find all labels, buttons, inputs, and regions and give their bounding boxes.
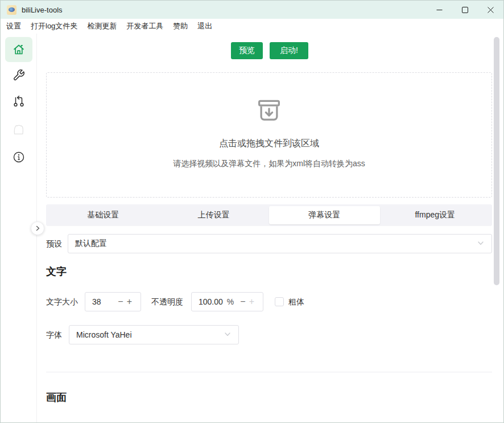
vertical-scrollbar[interactable] — [494, 37, 499, 285]
tab-danmaku-settings[interactable]: 弹幕设置 — [269, 206, 380, 224]
menu-item-settings[interactable]: 设置 — [6, 21, 21, 31]
dropzone-hint: 请选择视频以及弹幕文件，如果为xml将自动转换为ass — [47, 159, 491, 169]
sidebar-item-tools[interactable] — [12, 68, 26, 82]
sidebar-item-home[interactable] — [5, 37, 32, 62]
font-size-increment-button[interactable]: + — [125, 297, 134, 306]
tab-upload-settings[interactable]: 上传设置 — [159, 206, 270, 224]
font-family-label: 字体 — [46, 330, 62, 340]
font-size-decrement-button[interactable]: − — [116, 297, 125, 306]
sidebar-collapse-button[interactable] — [31, 221, 44, 235]
tab-ffmpeg-settings[interactable]: ffmpeg设置 — [380, 206, 491, 224]
minimize-icon — [436, 7, 443, 13]
opacity-label: 不透明度 — [151, 297, 183, 307]
window-controls — [427, 1, 503, 19]
menubar: 设置 打开log文件夹 检测更新 开发者工具 赞助 退出 — [1, 19, 503, 34]
section-divider — [46, 372, 492, 372]
home-icon — [12, 43, 26, 56]
font-size-input[interactable]: 38 − + — [85, 292, 141, 311]
section-heading-screen: 画面 — [46, 391, 67, 404]
chevron-right-icon — [34, 225, 41, 232]
close-icon — [488, 7, 494, 13]
opacity-suffix: % — [227, 297, 234, 306]
preset-select[interactable]: 默认配置 — [68, 234, 492, 253]
settings-tabs: 基础设置 上传设置 弹幕设置 ffmpeg设置 — [46, 204, 492, 226]
app-logo-icon — [7, 5, 16, 15]
font-family-select[interactable]: Microsoft YaHei — [69, 325, 239, 344]
wrench-icon — [13, 69, 25, 81]
file-dropzone[interactable]: 点击或拖拽文件到该区域 请选择视频以及弹幕文件，如果为xml将自动转换为ass — [46, 72, 492, 198]
preset-select-value: 默认配置 — [75, 239, 107, 249]
tab-basic-settings[interactable]: 基础设置 — [48, 206, 159, 224]
sidebar-item-sync[interactable] — [12, 95, 26, 108]
clip-icon — [12, 122, 26, 137]
font-size-value: 38 — [92, 297, 116, 306]
preview-button[interactable]: 预览 — [231, 42, 263, 59]
minimize-button[interactable] — [427, 1, 452, 19]
opacity-decrement-button[interactable]: − — [238, 297, 247, 306]
archive-upload-icon — [47, 96, 491, 128]
sidebar-item-about[interactable] — [12, 150, 26, 164]
menu-item-check-update[interactable]: 检测更新 — [87, 21, 117, 31]
close-button[interactable] — [478, 1, 503, 19]
font-size-label: 文字大小 — [46, 297, 78, 307]
maximize-button[interactable] — [452, 1, 478, 19]
menu-item-devtools[interactable]: 开发者工具 — [126, 21, 163, 31]
bold-label: 粗体 — [288, 297, 304, 307]
sidebar-item-clip[interactable] — [12, 123, 26, 137]
start-button[interactable]: 启动! — [270, 42, 308, 59]
section-heading-text: 文字 — [46, 265, 67, 278]
bold-checkbox[interactable] — [275, 297, 284, 306]
window-title: biliLive-tools — [22, 6, 63, 14]
chevron-down-icon — [477, 239, 485, 249]
menu-item-exit[interactable]: 退出 — [197, 21, 212, 31]
menu-item-open-log-folder[interactable]: 打开log文件夹 — [31, 21, 77, 31]
info-icon — [13, 151, 25, 163]
chevron-down-icon — [224, 330, 232, 340]
opacity-increment-button[interactable]: + — [247, 297, 256, 306]
app-window: biliLive-tools 设置 打开log文件夹 检测更新 开发者工具 赞助… — [0, 0, 504, 423]
maximize-icon — [462, 7, 468, 13]
preset-label: 预设 — [46, 239, 62, 249]
opacity-value: 100.00 — [199, 297, 227, 306]
opacity-input[interactable]: 100.00 % − + — [191, 292, 263, 311]
dropzone-title: 点击或拖拽文件到该区域 — [47, 138, 491, 150]
font-family-value: Microsoft YaHei — [76, 330, 132, 339]
titlebar: biliLive-tools — [1, 1, 503, 19]
git-pull-request-icon — [13, 95, 25, 108]
menu-item-sponsor[interactable]: 赞助 — [173, 21, 188, 31]
